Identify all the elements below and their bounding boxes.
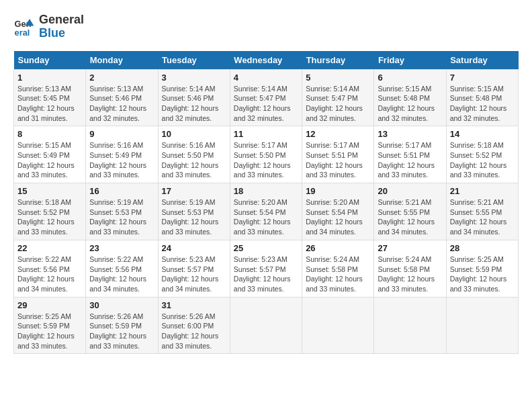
day-number: 28 (450, 243, 515, 253)
sunrise-label: Sunrise: 5:20 AM (234, 198, 287, 206)
day-info: Sunrise: 5:16 AM Sunset: 5:50 PM Dayligh… (162, 140, 226, 180)
day-info: Sunrise: 5:13 AM Sunset: 5:45 PM Dayligh… (17, 84, 82, 124)
day-info: Sunrise: 5:18 AM Sunset: 5:52 PM Dayligh… (450, 140, 515, 180)
daylight-label: Daylight: 12 hours and 33 minutes. (17, 218, 75, 236)
sunset-label: Sunset: 5:54 PM (306, 208, 358, 216)
calendar-table: Sunday Monday Tuesday Wednesday Thursday… (13, 51, 519, 355)
calendar-cell (374, 297, 446, 354)
daylight-label: Daylight: 12 hours and 34 minutes. (378, 218, 435, 236)
sunset-label: Sunset: 5:47 PM (234, 94, 286, 102)
daylight-label: Daylight: 12 hours and 33 minutes. (234, 161, 291, 179)
sunset-label: Sunset: 5:56 PM (89, 265, 142, 273)
day-info: Sunrise: 5:23 AM Sunset: 5:57 PM Dayligh… (234, 255, 298, 294)
sunset-label: Sunset: 5:58 PM (378, 265, 430, 273)
calendar-cell (302, 297, 374, 354)
calendar-cell: 24 Sunrise: 5:23 AM Sunset: 5:57 PM Dayl… (158, 240, 230, 297)
sunrise-label: Sunrise: 5:26 AM (162, 312, 216, 320)
daylight-label: Daylight: 12 hours and 33 minutes. (162, 332, 219, 350)
sunset-label: Sunset: 5:49 PM (17, 151, 70, 159)
header-saturday: Saturday (446, 51, 518, 70)
calendar-cell (230, 297, 302, 354)
day-info: Sunrise: 5:17 AM Sunset: 5:51 PM Dayligh… (378, 140, 442, 180)
day-info: Sunrise: 5:19 AM Sunset: 5:53 PM Dayligh… (89, 197, 154, 237)
calendar-cell: 21 Sunrise: 5:21 AM Sunset: 5:55 PM Dayl… (446, 183, 518, 240)
sunrise-label: Sunrise: 5:13 AM (89, 85, 143, 93)
day-number: 18 (234, 186, 298, 196)
day-info: Sunrise: 5:18 AM Sunset: 5:52 PM Dayligh… (17, 197, 82, 237)
daylight-label: Daylight: 12 hours and 34 minutes. (162, 275, 219, 293)
sunset-label: Sunset: 5:47 PM (306, 94, 358, 102)
day-number: 14 (450, 129, 515, 139)
calendar-cell: 30 Sunrise: 5:26 AM Sunset: 5:59 PM Dayl… (86, 297, 158, 354)
sunrise-label: Sunrise: 5:19 AM (89, 198, 143, 206)
daylight-label: Daylight: 12 hours and 32 minutes. (89, 104, 146, 122)
header-monday: Monday (86, 51, 158, 70)
sunrise-label: Sunrise: 5:23 AM (234, 255, 287, 263)
calendar-cell: 3 Sunrise: 5:14 AM Sunset: 5:46 PM Dayli… (158, 69, 230, 126)
sunrise-label: Sunrise: 5:14 AM (306, 85, 359, 93)
day-info: Sunrise: 5:23 AM Sunset: 5:57 PM Dayligh… (162, 255, 226, 294)
sunset-label: Sunset: 5:54 PM (234, 208, 286, 216)
daylight-label: Daylight: 12 hours and 34 minutes. (450, 218, 507, 236)
day-info: Sunrise: 5:20 AM Sunset: 5:54 PM Dayligh… (306, 197, 370, 237)
calendar-cell: 7 Sunrise: 5:15 AM Sunset: 5:48 PM Dayli… (446, 69, 518, 126)
calendar-cell: 17 Sunrise: 5:19 AM Sunset: 5:53 PM Dayl… (158, 183, 230, 240)
calendar-cell: 12 Sunrise: 5:17 AM Sunset: 5:51 PM Dayl… (302, 126, 374, 183)
daylight-label: Daylight: 12 hours and 33 minutes. (306, 275, 363, 293)
calendar-cell: 2 Sunrise: 5:13 AM Sunset: 5:46 PM Dayli… (86, 69, 158, 126)
sunset-label: Sunset: 5:49 PM (89, 151, 142, 159)
day-info: Sunrise: 5:21 AM Sunset: 5:55 PM Dayligh… (378, 197, 442, 237)
sunrise-label: Sunrise: 5:18 AM (17, 198, 71, 206)
sunrise-label: Sunrise: 5:17 AM (234, 141, 287, 149)
logo-text: General Blue (39, 13, 84, 40)
header-sunday: Sunday (14, 51, 86, 70)
header-wednesday: Wednesday (230, 51, 302, 70)
day-info: Sunrise: 5:13 AM Sunset: 5:46 PM Dayligh… (89, 84, 154, 124)
daylight-label: Daylight: 12 hours and 33 minutes. (17, 161, 75, 179)
sunrise-label: Sunrise: 5:14 AM (234, 85, 287, 93)
day-number: 6 (378, 73, 442, 83)
sunset-label: Sunset: 5:51 PM (306, 151, 358, 159)
daylight-label: Daylight: 12 hours and 33 minutes. (234, 275, 291, 293)
weekday-header-row: Sunday Monday Tuesday Wednesday Thursday… (14, 51, 519, 70)
calendar-cell (446, 297, 518, 354)
day-info: Sunrise: 5:22 AM Sunset: 5:56 PM Dayligh… (17, 255, 82, 294)
daylight-label: Daylight: 12 hours and 33 minutes. (306, 161, 363, 179)
calendar-cell: 9 Sunrise: 5:16 AM Sunset: 5:49 PM Dayli… (86, 126, 158, 183)
day-info: Sunrise: 5:14 AM Sunset: 5:46 PM Dayligh… (162, 84, 226, 124)
day-number: 25 (234, 243, 298, 253)
calendar-cell: 16 Sunrise: 5:19 AM Sunset: 5:53 PM Dayl… (86, 183, 158, 240)
header-tuesday: Tuesday (158, 51, 230, 70)
sunset-label: Sunset: 5:57 PM (162, 265, 214, 273)
svg-text:eral: eral (15, 28, 30, 38)
sunrise-label: Sunrise: 5:24 AM (378, 255, 431, 263)
calendar-cell: 20 Sunrise: 5:21 AM Sunset: 5:55 PM Dayl… (374, 183, 446, 240)
calendar-cell: 26 Sunrise: 5:24 AM Sunset: 5:58 PM Dayl… (302, 240, 374, 297)
calendar-cell: 1 Sunrise: 5:13 AM Sunset: 5:45 PM Dayli… (14, 69, 86, 126)
calendar-cell: 19 Sunrise: 5:20 AM Sunset: 5:54 PM Dayl… (302, 183, 374, 240)
day-info: Sunrise: 5:19 AM Sunset: 5:53 PM Dayligh… (162, 197, 226, 237)
sunrise-label: Sunrise: 5:23 AM (162, 255, 216, 263)
sunset-label: Sunset: 5:50 PM (234, 151, 286, 159)
sunset-label: Sunset: 6:00 PM (162, 322, 214, 330)
calendar-cell: 10 Sunrise: 5:16 AM Sunset: 5:50 PM Dayl… (158, 126, 230, 183)
day-number: 26 (306, 243, 370, 253)
sunrise-label: Sunrise: 5:18 AM (450, 141, 504, 149)
daylight-label: Daylight: 12 hours and 33 minutes. (450, 275, 507, 293)
day-info: Sunrise: 5:20 AM Sunset: 5:54 PM Dayligh… (234, 197, 298, 237)
day-info: Sunrise: 5:24 AM Sunset: 5:58 PM Dayligh… (378, 255, 442, 294)
daylight-label: Daylight: 12 hours and 32 minutes. (450, 104, 507, 122)
day-number: 23 (89, 243, 154, 253)
day-number: 27 (378, 243, 442, 253)
sunrise-label: Sunrise: 5:15 AM (450, 85, 504, 93)
day-info: Sunrise: 5:25 AM Sunset: 5:59 PM Dayligh… (450, 255, 515, 294)
day-info: Sunrise: 5:17 AM Sunset: 5:50 PM Dayligh… (234, 140, 298, 180)
calendar-cell: 13 Sunrise: 5:17 AM Sunset: 5:51 PM Dayl… (374, 126, 446, 183)
daylight-label: Daylight: 12 hours and 34 minutes. (306, 218, 363, 236)
calendar-row: 15 Sunrise: 5:18 AM Sunset: 5:52 PM Dayl… (14, 183, 519, 240)
sunrise-label: Sunrise: 5:22 AM (89, 255, 143, 263)
calendar-body: 1 Sunrise: 5:13 AM Sunset: 5:45 PM Dayli… (14, 69, 519, 354)
sunrise-label: Sunrise: 5:15 AM (17, 141, 71, 149)
day-number: 10 (162, 129, 226, 139)
day-number: 13 (378, 129, 442, 139)
